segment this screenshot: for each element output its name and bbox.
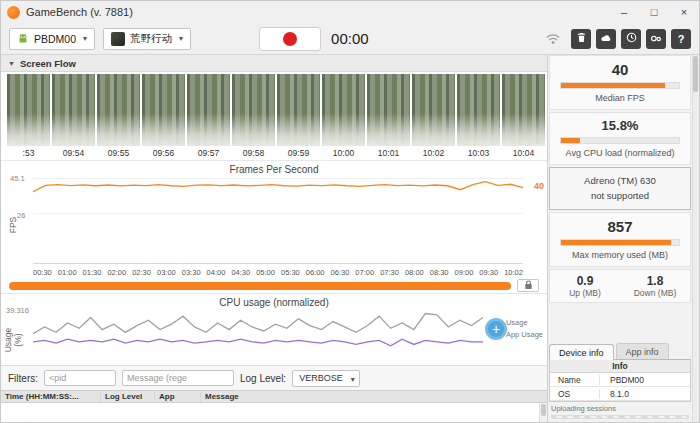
lock-button[interactable] — [517, 279, 539, 292]
cpu-plot-area[interactable] — [33, 309, 483, 362]
thumbnail-timestamp: 09:56 — [142, 146, 185, 159]
thumbnail-image[interactable] — [7, 74, 50, 146]
maximize-button[interactable]: □ — [639, 1, 669, 23]
log-scrollbar-thumb[interactable] — [541, 404, 546, 416]
gamebench-logo-icon — [7, 6, 20, 19]
log-col-time[interactable]: Time (HH:MM:SS:... — [1, 391, 101, 402]
info-key: Name — [550, 375, 600, 385]
thumbnail-image[interactable] — [142, 74, 185, 146]
screenshot-thumbnail[interactable]: 09:55 — [97, 74, 140, 160]
info-value: 8.1.0 — [600, 389, 690, 399]
tab-device-info[interactable]: Device info — [549, 344, 614, 360]
screenshot-thumbnail[interactable]: 09:57 — [187, 74, 230, 160]
cpu-chart-title: CPU usage (normalized) — [1, 297, 547, 308]
thumbnail-image[interactable] — [187, 74, 230, 146]
trash-icon — [576, 32, 587, 45]
thumbnail-image[interactable] — [97, 74, 140, 146]
log-col-level[interactable]: Log Level — [101, 391, 155, 402]
thumbnail-timestamp: 09:58 — [232, 146, 275, 159]
record-button[interactable] — [259, 27, 321, 51]
thumbnail-image[interactable] — [322, 74, 365, 146]
thumbnail-image[interactable] — [412, 74, 455, 146]
network-card: 0.9 Up (MB) 1.8 Down (MB) — [549, 269, 691, 303]
thumbnail-image[interactable] — [367, 74, 410, 146]
fps-current-value: 40 — [534, 181, 544, 191]
app-selector[interactable]: 荒野行动 ▾ — [103, 28, 191, 50]
delete-session-button[interactable] — [571, 29, 591, 49]
thumbnail-timestamp: 09:54 — [52, 146, 95, 159]
minimize-button[interactable]: – — [609, 1, 639, 23]
record-icon — [283, 32, 297, 46]
screenshot-thumbnail[interactable]: 10:04 — [502, 74, 545, 160]
chevron-down-icon: ▾ — [179, 34, 183, 43]
sidebar-scrollbar[interactable] — [692, 55, 699, 422]
fps-x-tick: 09:00 — [455, 268, 474, 277]
thumbnail-image[interactable] — [277, 74, 320, 146]
screenshot-thumbnail[interactable]: 09:59 — [277, 74, 320, 160]
app-name-label: 荒野行动 — [130, 32, 172, 46]
screenshot-thumbnail[interactable]: 09:58 — [232, 74, 275, 160]
fps-y-tick: 45.1 — [10, 174, 25, 183]
log-col-app[interactable]: App — [155, 391, 201, 402]
add-chart-button[interactable]: + — [485, 318, 507, 340]
fps-x-tick: 10:02 — [504, 268, 523, 277]
screenshot-thumbnail[interactable]: 10:01 — [367, 74, 410, 160]
tab-app-info[interactable]: App info — [616, 343, 669, 359]
app-usage-legend-label: App Usage — [506, 330, 543, 339]
thumbnail-timestamp: 10:00 — [322, 146, 365, 159]
lock-icon — [524, 280, 533, 292]
thumbnail-image[interactable] — [232, 74, 275, 146]
left-panel: ▼ Screen Flow :53 09:54 09:55 09:56 — [1, 55, 548, 422]
chevron-down-icon: ▾ — [83, 34, 87, 43]
time-range-bar — [1, 278, 547, 293]
upload-value: 0.9 — [550, 274, 620, 288]
settings-button[interactable] — [646, 29, 666, 49]
gpu-name: Adreno (TM) 630 — [554, 174, 686, 189]
screen-flow-header[interactable]: ▼ Screen Flow — [1, 55, 547, 72]
info-row: Name PBDM00 — [550, 373, 690, 387]
thumbnail-image[interactable] — [502, 74, 545, 146]
history-button[interactable] — [621, 29, 641, 49]
sidebar-scrollbar-thumb[interactable] — [693, 56, 698, 92]
range-slider[interactable] — [9, 282, 511, 290]
log-level-dropdown[interactable]: VERBOSE ▾ — [292, 370, 360, 387]
screen-flow-thumbnails: :53 09:54 09:55 09:56 09:57 09:58 — [1, 72, 547, 160]
gears-icon — [650, 33, 662, 45]
screenshot-thumbnail[interactable]: 10:00 — [322, 74, 365, 160]
device-selector[interactable]: PBDM00 ▾ — [9, 28, 95, 50]
filters-label: Filters: — [8, 373, 38, 384]
median-fps-value: 40 — [558, 61, 682, 78]
screenshot-thumbnail[interactable]: 09:56 — [142, 74, 185, 160]
message-filter-input[interactable] — [122, 370, 234, 386]
screenshot-thumbnail[interactable]: :53 — [7, 74, 50, 160]
fps-chart-title: Frames Per Second — [1, 164, 547, 175]
max-memory-label: Max memory used (MB) — [558, 250, 682, 260]
toolbar-actions: ? — [546, 29, 691, 49]
thumbnail-image[interactable] — [52, 74, 95, 146]
screenshot-thumbnail[interactable]: 10:02 — [412, 74, 455, 160]
thumbnail-timestamp: 10:04 — [502, 146, 545, 159]
log-scrollbar[interactable] — [539, 403, 547, 422]
log-col-message[interactable]: Message — [201, 391, 547, 402]
pid-filter-input[interactable] — [44, 370, 116, 386]
fps-x-tick: 09:30 — [479, 268, 498, 277]
cloud-icon — [600, 33, 612, 45]
fps-x-tick: 02:30 — [132, 268, 151, 277]
game-app-icon — [111, 32, 125, 46]
log-table-header: Time (HH:MM:SS:... Log Level App Message — [1, 390, 547, 403]
gpu-support-status: not supported — [554, 189, 686, 204]
cloud-upload-button[interactable] — [596, 29, 616, 49]
fps-plot-area[interactable] — [33, 178, 523, 264]
titlebar: GameBench (v. 7881) – □ × — [1, 1, 699, 23]
median-fps-bar — [560, 82, 680, 89]
close-button[interactable]: × — [669, 1, 699, 23]
fps-x-tick: 00:30 — [33, 268, 52, 277]
help-button[interactable]: ? — [671, 29, 691, 49]
stats-sidebar: 40 Median FPS 15.8% Avg CPU load (normal… — [548, 55, 699, 422]
max-memory-bar — [560, 239, 680, 246]
screenshot-thumbnail[interactable]: 10:03 — [457, 74, 500, 160]
thumbnail-image[interactable] — [457, 74, 500, 146]
fps-x-tick: 04:00 — [207, 268, 226, 277]
main-area: ▼ Screen Flow :53 09:54 09:55 09:56 — [1, 55, 699, 422]
screenshot-thumbnail[interactable]: 09:54 — [52, 74, 95, 160]
